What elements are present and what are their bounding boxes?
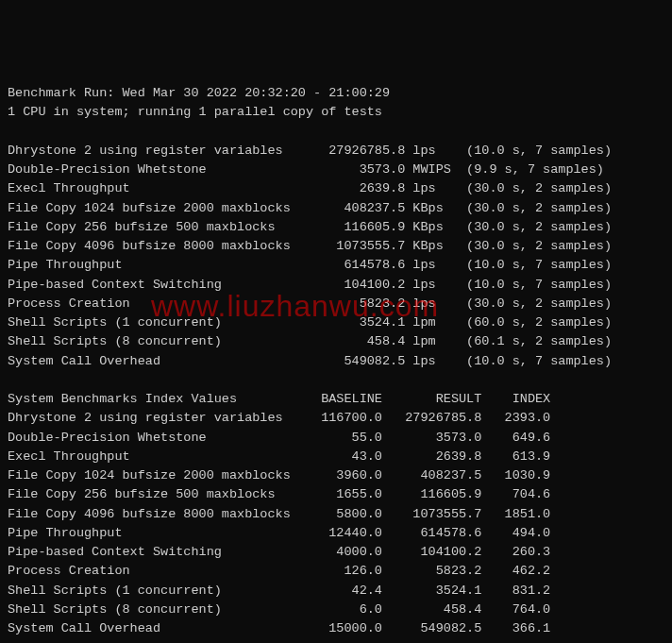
index-block: Dhrystone 2 using register variables 116… [8,411,550,635]
header-line2: 1 CPU in system; running 1 parallel copy… [8,105,382,119]
tests-block: Dhrystone 2 using register variables 279… [8,144,612,368]
terminal-output: Benchmark Run: Wed Mar 30 2022 20:32:20 … [8,84,664,643]
header-line1: Benchmark Run: Wed Mar 30 2022 20:32:20 … [8,86,390,100]
index-header-row: System Benchmarks Index Values BASELINE … [8,392,550,406]
